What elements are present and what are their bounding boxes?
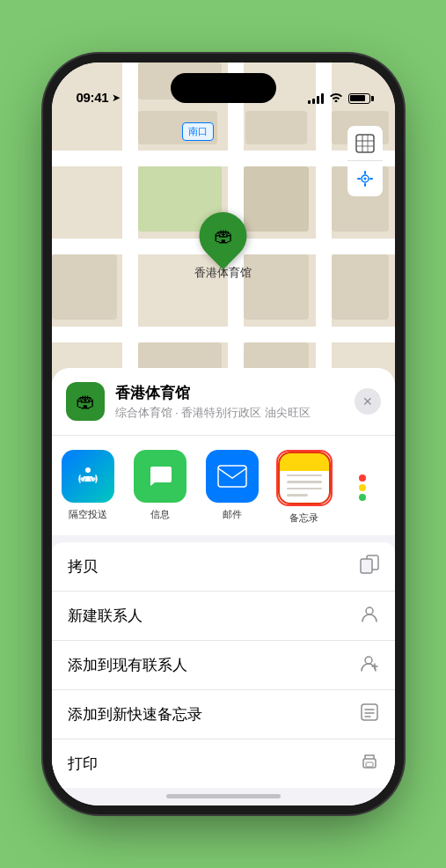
- bottom-sheet: 🏟 香港体育馆 综合体育馆 · 香港特别行政区 油尖旺区 ✕: [52, 368, 395, 805]
- location-card-icon: 🏟: [66, 382, 105, 421]
- mail-icon: [206, 450, 259, 503]
- location-name: 香港体育馆: [115, 383, 355, 403]
- status-icons: [308, 92, 370, 105]
- location-detail: 综合体育馆 · 香港特别行政区 油尖旺区: [115, 405, 355, 421]
- signal-bars: [308, 93, 324, 104]
- share-more[interactable]: [340, 450, 384, 525]
- share-mail[interactable]: 邮件: [196, 450, 268, 525]
- quick-note-icon: [360, 702, 379, 726]
- mail-label: 邮件: [223, 508, 242, 521]
- airdrop-icon: [62, 450, 114, 503]
- copy-label: 拷贝: [68, 556, 98, 577]
- marker-inner: 🏟: [214, 224, 233, 247]
- airdrop-label: 隔空投送: [69, 508, 107, 521]
- close-button[interactable]: ✕: [355, 388, 381, 415]
- messages-label: 信息: [150, 508, 170, 521]
- svg-point-4: [92, 477, 96, 481]
- svg-rect-10: [362, 704, 377, 720]
- share-messages[interactable]: 信息: [124, 450, 196, 525]
- action-list: 拷贝 新建联系人 添加到现有联系人: [52, 542, 395, 788]
- phone-frame: 09:41 ➤: [52, 63, 395, 805]
- location-marker: 🏟 香港体育馆: [194, 212, 252, 281]
- home-indicator: [166, 794, 281, 798]
- svg-rect-0: [356, 135, 374, 152]
- marker-pin: 🏟: [189, 202, 256, 269]
- notes-highlight-border: [276, 450, 333, 506]
- share-apps-row: 隔空投送 信息 邮件: [52, 436, 395, 535]
- svg-rect-7: [361, 559, 372, 573]
- dynamic-island: [171, 73, 276, 103]
- new-contact-label: 新建联系人: [68, 606, 143, 626]
- copy-icon: [360, 555, 379, 578]
- print-label: 打印: [68, 754, 98, 774]
- svg-rect-12: [366, 762, 373, 767]
- svg-point-2: [363, 178, 366, 180]
- messages-icon: [134, 450, 186, 503]
- new-contact-icon: [360, 604, 379, 628]
- svg-rect-5: [218, 466, 246, 487]
- print-icon: [360, 752, 379, 776]
- action-copy[interactable]: 拷贝: [52, 542, 395, 592]
- add-existing-icon: [360, 653, 379, 677]
- notes-icon: [278, 452, 331, 504]
- action-quick-note[interactable]: 添加到新快速备忘录: [52, 690, 395, 739]
- add-existing-label: 添加到现有联系人: [68, 655, 187, 675]
- battery-icon: [348, 93, 370, 104]
- map-controls: [347, 126, 383, 196]
- location-info: 香港体育馆 综合体育馆 · 香港特别行政区 油尖旺区: [115, 383, 355, 421]
- wifi-icon: [329, 92, 343, 105]
- status-time: 09:41: [77, 90, 109, 105]
- map-label: 南口: [182, 122, 214, 141]
- location-button[interactable]: [347, 161, 383, 196]
- location-icon: ➤: [112, 92, 121, 104]
- location-card: 🏟 香港体育馆 综合体育馆 · 香港特别行政区 油尖旺区 ✕: [52, 368, 395, 435]
- action-add-existing-contact[interactable]: 添加到现有联系人: [52, 641, 395, 690]
- action-new-contact[interactable]: 新建联系人: [52, 592, 395, 641]
- quick-note-label: 添加到新快速备忘录: [68, 704, 202, 725]
- share-notes[interactable]: 备忘录: [268, 450, 340, 525]
- svg-point-9: [365, 657, 372, 664]
- notes-label: 备忘录: [289, 511, 318, 525]
- svg-point-8: [366, 607, 373, 614]
- action-print[interactable]: 打印: [52, 739, 395, 788]
- more-dots: [359, 474, 366, 501]
- share-airdrop[interactable]: 隔空投送: [52, 450, 124, 525]
- map-type-button[interactable]: [347, 126, 383, 161]
- svg-point-3: [80, 477, 84, 481]
